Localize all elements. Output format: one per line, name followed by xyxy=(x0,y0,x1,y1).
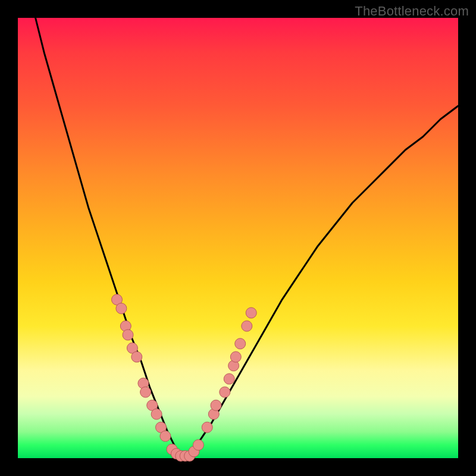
watermark-text: TheBottleneck.com xyxy=(355,4,469,19)
curve-marker xyxy=(202,422,212,433)
curve-marker xyxy=(246,308,256,318)
bottleneck-curve-path xyxy=(36,18,458,458)
curve-marker xyxy=(235,339,246,349)
curve-marker xyxy=(193,440,203,450)
curve-marker xyxy=(160,431,171,441)
curve-marker xyxy=(220,387,230,397)
curve-marker xyxy=(211,400,221,411)
curve-layer xyxy=(18,18,458,458)
curve-marker xyxy=(116,303,127,314)
curve-marker xyxy=(140,387,151,397)
curve-marker xyxy=(131,352,142,362)
curve-marker xyxy=(242,321,252,331)
curve-markers xyxy=(112,295,257,462)
curve-marker xyxy=(151,409,162,419)
curve-marker xyxy=(230,352,241,362)
curve-marker xyxy=(123,330,133,340)
plot-area xyxy=(18,18,458,458)
curve-marker xyxy=(224,374,234,384)
chart-frame: TheBottleneck.com xyxy=(0,0,476,476)
